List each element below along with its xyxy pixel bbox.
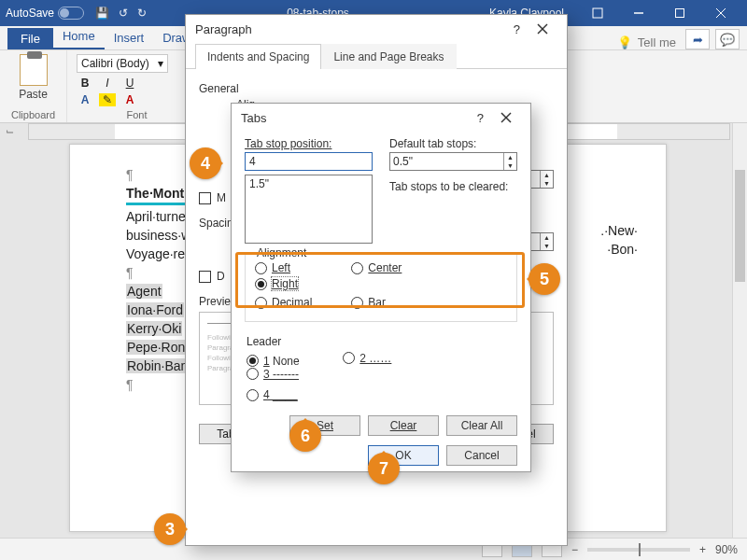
tabs-dialog: Tabs ? Tab stop position: 4 1.5" Default… <box>231 103 531 472</box>
align-left-radio[interactable]: Left <box>255 261 348 274</box>
toggle-off-icon[interactable] <box>58 7 84 20</box>
bold-button[interactable]: B <box>77 77 93 90</box>
undo-icon[interactable]: ↺ <box>119 7 128 20</box>
to-be-cleared-label: Tab stops to be cleared: <box>389 180 517 193</box>
spin-up-icon[interactable]: ▲ <box>503 153 516 161</box>
tabs-dialog-title-bar[interactable]: Tabs ? <box>232 104 530 132</box>
doc-selection: Pepe·Roni <box>126 340 189 355</box>
quick-access-toolbar: 💾 ↺ ↻ <box>95 7 147 20</box>
tab-stop-position-input[interactable]: 4 <box>245 152 373 171</box>
tab-stop-position-value: 4 <box>249 155 256 168</box>
leader-underline-radio[interactable]: 4 ____ <box>247 388 340 401</box>
mirror-label: M <box>217 191 226 204</box>
minimize-icon[interactable] <box>618 0 659 26</box>
paragraph-dialog-title: Paragraph <box>195 22 252 36</box>
default-tab-stops-value: 0.5" <box>390 153 503 170</box>
svg-rect-2 <box>676 9 684 18</box>
dont-add-space-label: D <box>217 270 225 283</box>
paragraph-dialog-title-bar[interactable]: Paragraph ? <box>186 15 567 43</box>
font-group-label: Font <box>77 109 197 120</box>
redo-icon[interactable]: ↻ <box>137 7 147 20</box>
alignment-legend: Alignment <box>253 246 310 259</box>
help-icon[interactable]: ? <box>477 111 484 125</box>
scroll-thumb[interactable] <box>735 170 745 282</box>
maximize-icon[interactable] <box>659 0 700 26</box>
ribbon-options-icon[interactable] <box>577 0 618 26</box>
default-tab-stops-spinner[interactable]: 0.5" ▲▼ <box>389 152 517 171</box>
tab-file[interactable]: File <box>7 28 53 49</box>
leader-dots-radio[interactable]: 2 …… <box>343 352 436 365</box>
comments-button[interactable]: 💬 <box>715 29 740 49</box>
close-icon[interactable] <box>491 105 521 130</box>
doc-selection: Agent <box>126 284 162 299</box>
clipboard-icon <box>20 54 48 86</box>
autosave-label: AutoSave <box>6 7 54 20</box>
tab-stop-position-label: Tab stop position: <box>245 137 373 150</box>
tab-insert[interactable]: Insert <box>105 27 154 49</box>
clear-all-button[interactable]: Clear All <box>446 415 517 436</box>
mirror-checkbox[interactable] <box>199 192 211 204</box>
zoom-out-button[interactable]: − <box>571 543 578 556</box>
paragraph-dialog-tabs: Indents and Spacing Line and Page Breaks <box>186 43 567 69</box>
highlight-button[interactable]: ✎ <box>99 93 116 106</box>
paste-button[interactable]: Paste <box>9 54 57 101</box>
ruler-toggle-icon[interactable]: ⌙ <box>6 125 14 137</box>
tab-stop-list-item[interactable]: 1.5" <box>249 177 368 190</box>
doc-heading: The·Month <box>126 186 192 205</box>
tell-me-label: Tell me <box>638 35 676 49</box>
italic-button[interactable]: I <box>99 77 116 90</box>
save-icon[interactable]: 💾 <box>95 7 109 20</box>
vertical-scrollbar[interactable] <box>732 123 747 538</box>
default-tab-stops-label: Default tab stops: <box>389 137 517 150</box>
align-center-radio[interactable]: Center <box>351 261 444 274</box>
svg-rect-0 <box>593 8 602 18</box>
tab-indents-spacing[interactable]: Indents and Spacing <box>195 44 321 69</box>
callout-4: 4 <box>190 147 221 179</box>
align-decimal-radio[interactable]: Decimal <box>255 296 348 309</box>
leader-group: Leader 1 None 2 …… 3 ------- 4 ____ <box>245 331 517 406</box>
font-color-button[interactable]: A <box>121 93 138 106</box>
callout-6: 6 <box>289 420 321 452</box>
paste-label: Paste <box>19 88 48 101</box>
clipboard-group-label: Clipboard <box>9 109 57 120</box>
autosave-toggle[interactable]: AutoSave <box>6 7 84 20</box>
callout-5: 5 <box>529 263 560 295</box>
font-name-combo[interactable]: Calibri (Body) ▾ <box>77 54 168 73</box>
underline-button[interactable]: U <box>121 77 138 90</box>
doc-body-fragment: ·Bon· <box>607 242 638 257</box>
callout-3: 3 <box>154 513 186 545</box>
leader-legend: Leader <box>247 335 281 348</box>
close-icon[interactable] <box>700 0 741 26</box>
doc-selection: Iona·Ford <box>126 302 184 317</box>
tell-me-search[interactable]: 💡 Tell me <box>617 35 676 49</box>
tabs-dialog-title: Tabs <box>241 111 266 125</box>
cancel-button[interactable]: Cancel <box>446 445 517 466</box>
bulb-icon: 💡 <box>617 35 632 49</box>
align-right-radio[interactable]: Right <box>255 277 348 290</box>
font-name-value: Calibri (Body) <box>81 57 149 70</box>
doc-selection: Kerry·Oki <box>126 321 182 336</box>
tab-home[interactable]: Home <box>53 25 105 49</box>
chevron-down-icon: ▾ <box>158 57 163 70</box>
clear-button[interactable]: Clear <box>368 415 439 436</box>
leader-dashes-radio[interactable]: 3 ------- <box>247 368 340 381</box>
tab-stop-list[interactable]: 1.5" <box>245 175 373 244</box>
zoom-in-button[interactable]: + <box>699 543 706 556</box>
text-effects-button[interactable]: A <box>77 93 93 106</box>
close-icon[interactable] <box>528 17 557 41</box>
doc-body-fragment: .·New· <box>600 223 638 238</box>
help-icon[interactable]: ? <box>514 22 520 36</box>
zoom-slider[interactable] <box>587 548 690 552</box>
dont-add-space-checkbox[interactable] <box>199 271 211 283</box>
general-label: General <box>199 82 554 95</box>
spin-down-icon[interactable]: ▼ <box>503 161 516 170</box>
share-button[interactable]: ➦ <box>685 29 710 49</box>
align-bar-radio[interactable]: Bar <box>351 296 444 309</box>
callout-7: 7 <box>368 453 400 484</box>
leader-none-radio[interactable]: 1 None <box>247 355 340 368</box>
zoom-value[interactable]: 90% <box>715 543 738 556</box>
alignment-group: Alignment Left Center Right Decimal Bar <box>245 253 517 322</box>
tab-line-page-breaks[interactable]: Line and Page Breaks <box>321 44 456 69</box>
